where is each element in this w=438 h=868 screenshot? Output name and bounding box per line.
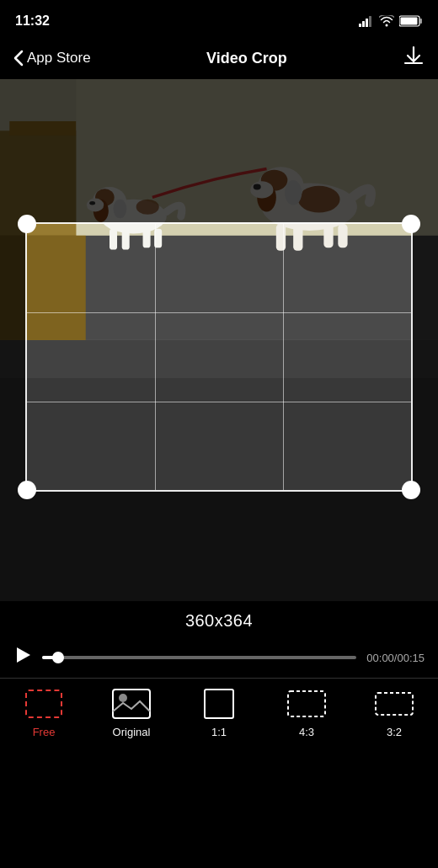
svg-rect-1 (362, 21, 365, 27)
download-button[interactable] (403, 45, 425, 72)
crop-handle-bottom-left[interactable] (18, 481, 36, 499)
svg-rect-3 (369, 16, 371, 27)
crop-overlay-top (0, 79, 438, 222)
svg-rect-0 (359, 24, 361, 27)
svg-point-42 (119, 694, 127, 702)
svg-point-4 (386, 24, 388, 27)
svg-rect-6 (420, 19, 423, 24)
status-icons (359, 15, 423, 27)
free-icon (25, 690, 62, 718)
toolbar: Free Original 1:1 4:3 (0, 678, 438, 755)
battery-icon (399, 15, 423, 27)
free-icon-wrapper (22, 687, 66, 721)
download-icon (403, 45, 425, 67)
original-label: Original (113, 726, 151, 738)
crop-overlay-right (413, 222, 438, 492)
play-button[interactable] (13, 646, 32, 669)
grid-line-h2 (27, 402, 411, 402)
tool-original[interactable]: Original (88, 687, 175, 738)
3-2-icon (374, 688, 414, 720)
play-icon (13, 646, 32, 664)
crop-handle-top-right[interactable] (402, 215, 420, 233)
time-display: 00:00/00:15 (366, 652, 425, 664)
4-3-icon (286, 688, 327, 720)
original-icon-wrapper (110, 687, 153, 721)
back-label: App Store (27, 50, 91, 67)
1-1-label: 1:1 (211, 726, 227, 738)
crop-overlay-bottom (0, 492, 438, 601)
4-3-label: 4:3 (299, 726, 314, 738)
svg-rect-2 (366, 19, 368, 27)
status-time: 11:32 (15, 13, 50, 29)
progress-thumb[interactable] (52, 652, 64, 663)
nav-bar: App Store Video Crop (0, 37, 438, 79)
crop-box[interactable] (25, 222, 413, 492)
1-1-icon-wrapper (197, 687, 241, 721)
crop-dimensions: 360x364 (0, 601, 438, 637)
signal-icon (359, 16, 374, 27)
free-label: Free (33, 726, 56, 738)
status-bar: 11:32 (0, 0, 438, 37)
crop-handle-top-left[interactable] (18, 215, 36, 233)
progress-track[interactable] (42, 656, 356, 659)
tool-3-2[interactable]: 3:2 (350, 687, 438, 738)
svg-rect-41 (113, 690, 150, 718)
grid-line-v2 (283, 224, 284, 490)
wifi-icon (379, 15, 394, 27)
3-2-icon-wrapper (372, 687, 416, 721)
crop-overlay-left (0, 222, 25, 492)
svg-rect-44 (376, 693, 413, 715)
svg-rect-7 (401, 18, 418, 25)
grid-line-v1 (155, 224, 156, 490)
4-3-icon-wrapper (285, 687, 328, 721)
svg-marker-40 (17, 647, 30, 663)
tool-4-3[interactable]: 4:3 (263, 687, 350, 738)
crop-area[interactable] (0, 79, 438, 601)
back-button[interactable]: App Store (13, 50, 91, 67)
tool-1-1[interactable]: 1:1 (175, 687, 263, 738)
playback-bar: 00:00/00:15 (0, 637, 438, 678)
nav-title: Video Crop (206, 50, 287, 67)
1-1-icon (204, 689, 234, 719)
original-icon (111, 688, 152, 720)
grid-line-h1 (27, 312, 411, 313)
crop-handle-bottom-right[interactable] (402, 481, 420, 499)
svg-rect-43 (288, 691, 325, 716)
3-2-label: 3:2 (387, 726, 402, 738)
tool-free[interactable]: Free (0, 687, 88, 738)
chevron-left-icon (13, 50, 24, 67)
